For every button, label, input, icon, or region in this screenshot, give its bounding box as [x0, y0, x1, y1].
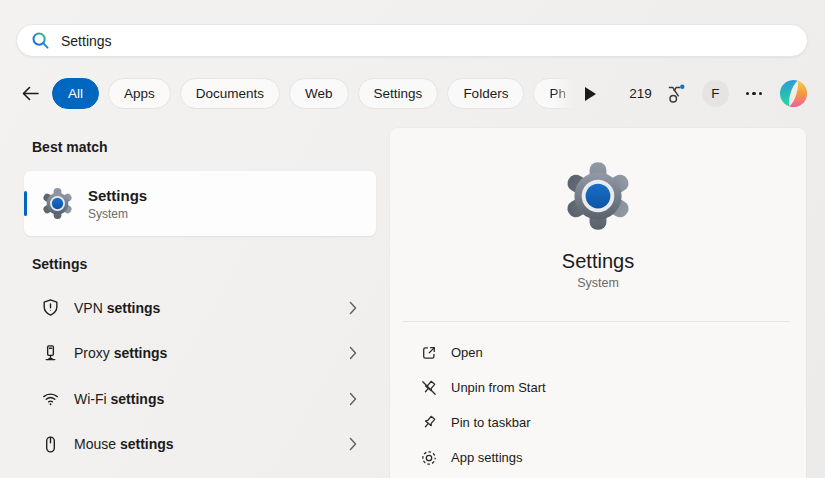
settings-gear-icon	[562, 160, 634, 232]
settings-result-list: VPN settings Proxy settings	[24, 285, 376, 467]
divider	[403, 321, 790, 322]
best-match-result[interactable]: Settings System	[24, 171, 376, 236]
search-icon	[31, 31, 50, 50]
filter-tab-web[interactable]: Web	[289, 78, 349, 109]
more-options-icon[interactable]	[746, 92, 762, 95]
unpin-icon	[420, 379, 438, 397]
copilot-icon[interactable]	[778, 78, 809, 109]
chevron-right-icon[interactable]	[349, 437, 357, 451]
vpn-shield-icon	[41, 298, 60, 317]
preview-title: Settings	[562, 250, 634, 273]
pin-icon	[420, 414, 438, 432]
result-proxy-settings[interactable]: Proxy settings	[24, 331, 376, 377]
filter-tab-apps[interactable]: Apps	[108, 78, 171, 109]
chevron-right-icon[interactable]	[349, 301, 357, 315]
selection-accent-bar	[24, 191, 27, 216]
result-wifi-settings[interactable]: Wi-Fi settings	[24, 376, 376, 422]
chevron-right-icon[interactable]	[349, 392, 357, 406]
mouse-icon	[41, 435, 60, 454]
filter-tab-settings[interactable]: Settings	[358, 78, 439, 109]
rewards-medal-icon[interactable]	[664, 84, 685, 103]
rewards-points-count: 219	[629, 86, 652, 101]
preview-subtitle: System	[577, 276, 619, 291]
search-input[interactable]	[61, 33, 791, 49]
settings-section-header: Settings	[32, 256, 87, 272]
result-mouse-settings[interactable]: Mouse settings	[24, 422, 376, 468]
filter-tab-folders[interactable]: Folders	[447, 78, 524, 109]
action-unpin-from-start[interactable]: Unpin from Start	[420, 370, 806, 405]
chevron-right-icon[interactable]	[349, 346, 357, 360]
account-avatar[interactable]: F	[702, 80, 729, 107]
settings-gear-icon	[41, 187, 74, 220]
best-match-subtitle: System	[88, 207, 147, 222]
wifi-icon	[41, 389, 60, 408]
preview-panel: Settings System Open	[390, 128, 806, 478]
back-arrow-icon[interactable]	[16, 80, 44, 108]
action-pin-to-taskbar[interactable]: Pin to taskbar	[420, 405, 806, 440]
open-external-icon	[420, 344, 438, 362]
search-bar[interactable]	[16, 24, 808, 57]
action-open[interactable]: Open	[420, 335, 806, 370]
best-match-header: Best match	[32, 139, 107, 155]
filter-tab-all[interactable]: All	[52, 78, 99, 109]
topbar-right-cluster: 219 F	[629, 78, 809, 109]
play-expand-icon[interactable]	[585, 87, 597, 101]
filter-bar: All Apps Documents Web Settings Folders …	[16, 78, 809, 109]
proxy-server-icon	[41, 344, 60, 363]
best-match-title: Settings	[88, 186, 147, 205]
preview-actions: Open Unpin from Start	[390, 335, 806, 475]
action-app-settings[interactable]: App settings	[420, 440, 806, 475]
gear-outline-icon	[420, 449, 438, 467]
filter-tab-documents[interactable]: Documents	[180, 78, 280, 109]
result-vpn-settings[interactable]: VPN settings	[24, 285, 376, 331]
filter-tab-photos-truncated[interactable]: Ph	[533, 78, 577, 109]
